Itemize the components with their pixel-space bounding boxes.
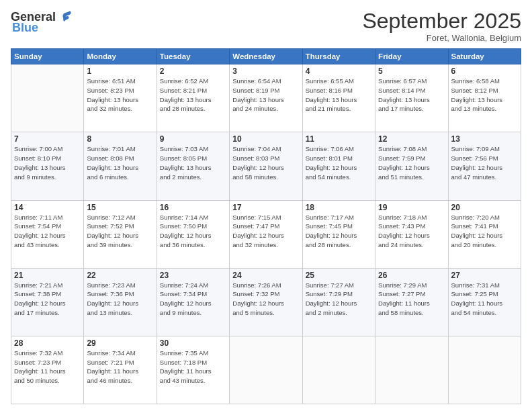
calendar-cell: 1Sunrise: 6:51 AMSunset: 8:23 PMDaylight… [84,64,157,132]
day-number: 28 [14,338,81,348]
calendar-cell: 13Sunrise: 7:09 AMSunset: 7:56 PMDayligh… [448,132,521,200]
calendar-header-thursday: Thursday [302,49,375,64]
day-info: Sunrise: 7:29 AMSunset: 7:27 PMDaylight:… [378,281,445,318]
day-info: Sunrise: 7:11 AMSunset: 7:54 PMDaylight:… [14,213,81,250]
calendar-cell: 22Sunrise: 7:23 AMSunset: 7:36 PMDayligh… [84,268,157,336]
calendar-cell: 24Sunrise: 7:26 AMSunset: 7:32 PMDayligh… [230,268,302,336]
calendar-header-friday: Friday [375,49,448,64]
day-info: Sunrise: 7:20 AMSunset: 7:41 PMDaylight:… [451,213,518,250]
day-info: Sunrise: 7:12 AMSunset: 7:52 PMDaylight:… [87,213,153,250]
day-number: 12 [378,134,445,144]
calendar-cell: 20Sunrise: 7:20 AMSunset: 7:41 PMDayligh… [448,200,521,268]
calendar-header-monday: Monday [84,49,157,64]
day-number: 17 [232,203,299,212]
calendar-cell [448,336,521,404]
day-number: 7 [14,134,81,144]
day-info: Sunrise: 7:23 AMSunset: 7:36 PMDaylight:… [87,281,153,318]
day-info: Sunrise: 7:18 AMSunset: 7:43 PMDaylight:… [378,213,445,250]
day-number: 18 [306,203,372,212]
header: General Blue September 2025 Foret, Wallo… [11,9,521,43]
day-info: Sunrise: 7:01 AMSunset: 8:08 PMDaylight:… [87,144,153,181]
day-info: Sunrise: 6:52 AMSunset: 8:21 PMDaylight:… [160,77,226,113]
day-info: Sunrise: 7:08 AMSunset: 7:59 PMDaylight:… [378,144,445,181]
calendar-week-row: 21Sunrise: 7:21 AMSunset: 7:38 PMDayligh… [11,268,521,336]
day-info: Sunrise: 6:51 AMSunset: 8:23 PMDaylight:… [87,77,153,113]
day-info: Sunrise: 7:14 AMSunset: 7:50 PMDaylight:… [160,213,226,250]
calendar-cell: 12Sunrise: 7:08 AMSunset: 7:59 PMDayligh… [375,132,448,200]
day-number: 8 [87,134,153,144]
calendar-cell: 28Sunrise: 7:32 AMSunset: 7:23 PMDayligh… [11,336,84,404]
calendar-cell: 29Sunrise: 7:34 AMSunset: 7:21 PMDayligh… [84,336,157,404]
calendar-header-sunday: Sunday [11,49,84,64]
calendar-cell [302,336,375,404]
day-number: 30 [160,338,226,348]
day-info: Sunrise: 6:58 AMSunset: 8:12 PMDaylight:… [451,77,518,113]
calendar-header-wednesday: Wednesday [230,49,302,64]
calendar-header-saturday: Saturday [448,49,521,64]
calendar-cell: 14Sunrise: 7:11 AMSunset: 7:54 PMDayligh… [11,200,84,268]
calendar-cell: 10Sunrise: 7:04 AMSunset: 8:03 PMDayligh… [230,132,302,200]
calendar-cell [375,336,448,404]
day-info: Sunrise: 7:15 AMSunset: 7:47 PMDaylight:… [232,213,299,250]
calendar-cell: 7Sunrise: 7:00 AMSunset: 8:10 PMDaylight… [11,132,84,200]
day-info: Sunrise: 6:54 AMSunset: 8:19 PMDaylight:… [232,77,299,113]
calendar-cell: 19Sunrise: 7:18 AMSunset: 7:43 PMDayligh… [375,200,448,268]
calendar-cell: 2Sunrise: 6:52 AMSunset: 8:21 PMDaylight… [157,64,229,132]
day-info: Sunrise: 7:32 AMSunset: 7:23 PMDaylight:… [14,349,81,385]
day-number: 2 [160,66,226,76]
calendar-cell: 23Sunrise: 7:24 AMSunset: 7:34 PMDayligh… [157,268,229,336]
day-number: 24 [232,271,299,280]
calendar-cell: 5Sunrise: 6:57 AMSunset: 8:14 PMDaylight… [375,64,448,132]
day-info: Sunrise: 7:21 AMSunset: 7:38 PMDaylight:… [14,281,81,318]
calendar-cell: 21Sunrise: 7:21 AMSunset: 7:38 PMDayligh… [11,268,84,336]
calendar-cell [230,336,302,404]
day-number: 20 [451,203,518,212]
day-number: 27 [451,271,518,280]
day-info: Sunrise: 6:55 AMSunset: 8:16 PMDaylight:… [306,77,372,113]
day-info: Sunrise: 6:57 AMSunset: 8:14 PMDaylight:… [378,77,445,113]
subtitle: Foret, Wallonia, Belgium [362,33,521,43]
day-number: 22 [87,271,153,280]
calendar-cell: 18Sunrise: 7:17 AMSunset: 7:45 PMDayligh… [302,200,375,268]
logo: General Blue [11,9,72,34]
day-number: 23 [160,271,226,280]
calendar-cell: 4Sunrise: 6:55 AMSunset: 8:16 PMDaylight… [302,64,375,132]
calendar-cell: 11Sunrise: 7:06 AMSunset: 8:01 PMDayligh… [302,132,375,200]
day-number: 9 [160,134,226,144]
day-number: 15 [87,203,153,212]
day-info: Sunrise: 7:04 AMSunset: 8:03 PMDaylight:… [232,144,299,181]
calendar-week-row: 28Sunrise: 7:32 AMSunset: 7:23 PMDayligh… [11,336,521,404]
day-info: Sunrise: 7:27 AMSunset: 7:29 PMDaylight:… [306,281,372,318]
calendar-week-row: 14Sunrise: 7:11 AMSunset: 7:54 PMDayligh… [11,200,521,268]
calendar-week-row: 1Sunrise: 6:51 AMSunset: 8:23 PMDaylight… [11,64,521,132]
day-info: Sunrise: 7:26 AMSunset: 7:32 PMDaylight:… [232,281,299,318]
day-number: 3 [232,66,299,76]
day-number: 11 [306,134,372,144]
day-number: 16 [160,203,226,212]
calendar-cell: 3Sunrise: 6:54 AMSunset: 8:19 PMDaylight… [230,64,302,132]
calendar-header-row: SundayMondayTuesdayWednesdayThursdayFrid… [11,49,521,64]
calendar-cell: 6Sunrise: 6:58 AMSunset: 8:12 PMDaylight… [448,64,521,132]
calendar-cell [11,64,84,132]
calendar-week-row: 7Sunrise: 7:00 AMSunset: 8:10 PMDaylight… [11,132,521,200]
day-info: Sunrise: 7:24 AMSunset: 7:34 PMDaylight:… [160,281,226,318]
day-number: 13 [451,134,518,144]
day-info: Sunrise: 7:34 AMSunset: 7:21 PMDaylight:… [87,349,153,385]
calendar-cell: 30Sunrise: 7:35 AMSunset: 7:18 PMDayligh… [157,336,229,404]
day-number: 5 [378,66,445,76]
day-number: 29 [87,338,153,348]
calendar-table: SundayMondayTuesdayWednesdayThursdayFrid… [11,48,521,404]
day-number: 14 [14,203,81,212]
day-number: 25 [306,271,372,280]
calendar-cell: 26Sunrise: 7:29 AMSunset: 7:27 PMDayligh… [375,268,448,336]
calendar-cell: 25Sunrise: 7:27 AMSunset: 7:29 PMDayligh… [302,268,375,336]
month-title: September 2025 [362,9,521,33]
day-number: 10 [232,134,299,144]
page: General Blue September 2025 Foret, Wallo… [0,0,532,411]
day-number: 1 [87,66,153,76]
calendar-header-tuesday: Tuesday [157,49,229,64]
day-info: Sunrise: 7:35 AMSunset: 7:18 PMDaylight:… [160,349,226,385]
day-number: 6 [451,66,518,76]
day-info: Sunrise: 7:09 AMSunset: 7:56 PMDaylight:… [451,144,518,181]
calendar-cell: 8Sunrise: 7:01 AMSunset: 8:08 PMDaylight… [84,132,157,200]
